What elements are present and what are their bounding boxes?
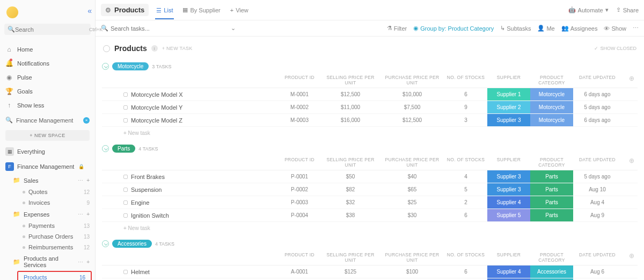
show-button[interactable]: 👁Show: [604, 25, 626, 32]
col-category[interactable]: PRODUCT CATEGORY: [530, 252, 573, 263]
row-status-icon[interactable]: [123, 188, 128, 192]
col-purchase-price[interactable]: PURCHASE PRICE PER UNIT: [380, 75, 444, 85]
collapse-sidebar-icon[interactable]: «: [87, 6, 92, 15]
col-selling-price[interactable]: SELLING PRICE PER UNIT: [321, 75, 380, 85]
plus-icon[interactable]: +: [86, 259, 90, 265]
cell-category[interactable]: Motorcycle: [530, 101, 573, 113]
cell-supplier[interactable]: Supplier 1: [487, 88, 530, 100]
cell-more[interactable]: [621, 196, 638, 209]
list-quotes[interactable]: Quotes12: [0, 186, 95, 197]
close-icon[interactable]: ×: [83, 117, 90, 124]
cell-category[interactable]: Parts: [530, 170, 573, 183]
cell-more[interactable]: [621, 209, 638, 221]
me-button[interactable]: 👤Me: [537, 25, 554, 32]
col-supplier[interactable]: SUPPLIER: [487, 252, 530, 263]
row-name-cell[interactable]: Suspension: [102, 183, 278, 196]
table-row[interactable]: Ignition Switch P-0004 $38 $30 6 Supplie…: [102, 209, 638, 222]
folder-expenses[interactable]: 📁Expenses⋯+: [0, 208, 95, 220]
expand-icon[interactable]: [102, 63, 109, 70]
list-reimbursements[interactable]: Reimbursements12: [0, 242, 95, 253]
row-status-icon[interactable]: [123, 270, 128, 274]
add-column-button[interactable]: ⊕: [621, 75, 638, 85]
row-name-cell[interactable]: Engine: [102, 196, 278, 209]
cell-category[interactable]: Parts: [530, 196, 573, 209]
search-tasks-input[interactable]: [111, 25, 164, 32]
list-invoices[interactable]: Invoices9: [0, 197, 95, 208]
cell-category[interactable]: Motorcycle: [530, 88, 573, 100]
sidebar-search-input[interactable]: [15, 26, 89, 33]
table-row[interactable]: Helmet A-0001 $125 $100 6 Supplier 4 Acc…: [102, 265, 638, 278]
more-icon[interactable]: ⋯: [78, 177, 83, 183]
workspace-section[interactable]: 🔍 Finance Management ×: [0, 112, 95, 127]
group-pill[interactable]: Accessories: [112, 240, 152, 248]
sidebar-search[interactable]: 🔍 Ctrl+K: [4, 24, 91, 35]
col-product-id[interactable]: PRODUCT ID: [278, 252, 321, 263]
nav-notifications[interactable]: 🔔Notifications: [0, 56, 95, 70]
row-name-cell[interactable]: Ignition Switch: [102, 209, 278, 221]
cell-supplier[interactable]: Supplier 5: [487, 209, 530, 221]
plus-icon[interactable]: +: [86, 177, 90, 183]
col-date[interactable]: DATE UPDATED: [573, 252, 621, 263]
list-products[interactable]: Products16: [18, 272, 91, 280]
row-name-cell[interactable]: Motorcycle Model Z: [102, 114, 278, 126]
col-supplier[interactable]: SUPPLIER: [487, 157, 530, 168]
group-pill[interactable]: Motorcycle: [112, 62, 149, 70]
expand-icon[interactable]: [102, 240, 109, 247]
list-payments[interactable]: Payments13: [0, 220, 95, 231]
table-row[interactable]: Motorcycle Model X M-0001 $12,500 $10,00…: [102, 88, 638, 101]
add-view-button[interactable]: +View: [229, 2, 250, 19]
automate-button[interactable]: 🤖Automate▾: [568, 6, 609, 13]
cell-more[interactable]: [621, 265, 638, 278]
row-name-cell[interactable]: Helmet: [102, 265, 278, 278]
table-row[interactable]: Suspension P-0002 $82 $65 5 Supplier 3 P…: [102, 183, 638, 196]
col-stocks[interactable]: NO. OF STOCKS: [444, 75, 487, 85]
col-selling-price[interactable]: SELLING PRICE PER UNIT: [321, 157, 380, 168]
workspace-avatar[interactable]: [6, 6, 18, 18]
space-everything[interactable]: ▦Everything: [0, 144, 95, 159]
cell-category[interactable]: Accessories: [530, 265, 573, 278]
cell-supplier[interactable]: Supplier 3: [487, 114, 530, 126]
table-row[interactable]: Motorcycle Model Y M-0002 $11,000 $7,500…: [102, 101, 638, 114]
list-purchase-orders[interactable]: Purchase Orders13: [0, 231, 95, 242]
add-column-button[interactable]: ⊕: [621, 252, 638, 263]
info-icon[interactable]: i: [151, 45, 158, 52]
col-product-id[interactable]: PRODUCT ID: [278, 157, 321, 168]
col-stocks[interactable]: NO. OF STOCKS: [444, 252, 487, 263]
more-icon[interactable]: ⋯: [78, 259, 83, 265]
nav-pulse[interactable]: ◉Pulse: [0, 70, 95, 84]
cell-more[interactable]: [621, 183, 638, 196]
nav-showless[interactable]: ↑Show less: [0, 98, 95, 112]
new-task-row[interactable]: + New task: [102, 127, 638, 139]
plus-icon[interactable]: +: [86, 211, 90, 217]
folder-products-services[interactable]: 📁Products and Services⋯+: [0, 253, 95, 271]
row-status-icon[interactable]: [123, 92, 128, 97]
row-name-cell[interactable]: Motorcycle Model Y: [102, 101, 278, 113]
table-row[interactable]: Engine P-0003 $32 $25 2 Supplier 4 Parts…: [102, 196, 638, 209]
col-product-id[interactable]: PRODUCT ID: [278, 75, 321, 85]
row-name-cell[interactable]: Motorcycle Model X: [102, 88, 278, 100]
cell-category[interactable]: Parts: [530, 183, 573, 196]
share-button[interactable]: ⇪Share: [616, 6, 639, 13]
table-row[interactable]: Motorcycle Model Z M-0003 $16,000 $12,50…: [102, 114, 638, 127]
row-status-icon[interactable]: [123, 118, 128, 123]
group-header[interactable]: Motorcycle 3 TASKS: [102, 60, 638, 73]
cell-category[interactable]: Motorcycle: [530, 114, 573, 126]
col-date[interactable]: DATE UPDATED: [573, 75, 621, 85]
new-space-button[interactable]: + NEW SPACE: [5, 130, 90, 141]
cell-more[interactable]: [621, 101, 638, 113]
folder-sales[interactable]: 📁Sales⋯+: [0, 174, 95, 186]
new-task-button[interactable]: + NEW TASK: [162, 46, 193, 51]
nav-home[interactable]: ⌂Home: [0, 42, 95, 56]
row-status-icon[interactable]: [123, 213, 128, 218]
nav-goals[interactable]: 🏆Goals: [0, 84, 95, 98]
group-by-button[interactable]: ◉Group by: Product Category: [413, 25, 494, 32]
show-closed-button[interactable]: ✓SHOW CLOSED: [594, 46, 636, 51]
col-stocks[interactable]: NO. OF STOCKS: [444, 157, 487, 168]
view-tab-by-supplier[interactable]: ▦By Supplier: [181, 1, 221, 19]
col-supplier[interactable]: SUPPLIER: [487, 75, 530, 85]
cell-more[interactable]: [621, 88, 638, 100]
row-name-cell[interactable]: Front Brakes: [102, 170, 278, 183]
col-purchase-price[interactable]: PURCHASE PRICE PER UNIT: [380, 157, 444, 168]
cell-more[interactable]: [621, 170, 638, 183]
space-finance[interactable]: FFinance Management🔒: [0, 159, 95, 174]
